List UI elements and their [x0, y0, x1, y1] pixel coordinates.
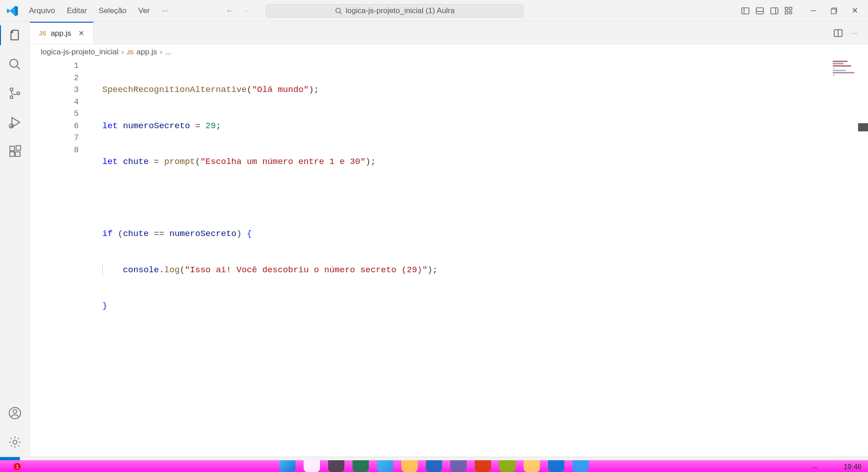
line-number: 3	[30, 84, 79, 96]
breadcrumb[interactable]: logica-js-projeto_inicial › JS app.js › …	[30, 44, 868, 60]
svg-rect-21	[10, 146, 14, 151]
search-activity-icon[interactable]	[7, 56, 23, 72]
toggle-panel-icon[interactable]	[754, 5, 766, 17]
chevron-up-icon[interactable]: ︿	[812, 463, 818, 471]
command-center-search[interactable]: logica-js-projeto_inicial (1) Aulra	[266, 4, 524, 18]
taskbar-badge: 1	[14, 463, 21, 470]
code-line: let numeroSecreto = 29;	[102, 120, 814, 132]
explorer-icon[interactable]	[7, 27, 23, 43]
taskbar-app-icon[interactable]	[475, 460, 491, 472]
titlebar: Arquivo Editar Seleção Ver ··· ← → logic…	[0, 0, 868, 22]
menu-more-icon[interactable]: ···	[157, 5, 172, 17]
code-line: if (chute == numeroSecreto) {	[102, 228, 814, 240]
taskbar-app-icon[interactable]	[304, 460, 320, 472]
taskbar-app-icon[interactable]	[279, 460, 296, 472]
svg-rect-2	[742, 8, 749, 14]
svg-point-17	[10, 96, 13, 99]
more-actions-icon[interactable]: ···	[849, 28, 860, 39]
js-file-icon: JS	[39, 30, 46, 37]
taskbar-app-icon[interactable]	[499, 460, 515, 472]
run-debug-icon[interactable]	[7, 114, 23, 130]
svg-rect-6	[771, 8, 778, 14]
breadcrumb-trail[interactable]: ...	[165, 48, 172, 57]
js-file-icon: JS	[127, 49, 134, 56]
line-number: 4	[30, 96, 79, 108]
menu-select[interactable]: Seleção	[94, 5, 131, 17]
taskbar-app-icon[interactable]	[524, 460, 540, 472]
tab-label: app.js	[51, 29, 71, 38]
svg-point-11	[789, 11, 792, 14]
menu-file[interactable]: Arquivo	[24, 5, 60, 17]
svg-rect-23	[15, 152, 20, 156]
menu-edit[interactable]: Editar	[62, 5, 91, 17]
nav-forward-icon[interactable]: →	[239, 5, 254, 17]
overview-ruler-mark	[858, 123, 868, 131]
code-line	[102, 336, 814, 348]
svg-point-14	[10, 59, 18, 67]
svg-rect-24	[16, 146, 20, 150]
layout-controls	[739, 5, 795, 17]
window-close-icon[interactable]: ✕	[844, 2, 865, 20]
line-number: 5	[30, 108, 79, 120]
menu-view[interactable]: Ver	[134, 5, 155, 17]
taskbar-app-icon[interactable]	[377, 460, 393, 472]
accounts-icon[interactable]	[7, 405, 23, 421]
customize-layout-icon[interactable]	[783, 5, 795, 17]
code-line: SpeechRecognitionAlternative("Olá mundo"…	[102, 84, 814, 96]
line-number-gutter: 1 2 3 4 5 6 7 8	[30, 60, 93, 457]
svg-rect-13	[831, 9, 836, 14]
line-number: 1	[30, 60, 79, 72]
toggle-sidebar-right-icon[interactable]	[768, 5, 780, 17]
svg-rect-22	[10, 152, 14, 156]
taskbar-app-icon[interactable]	[401, 460, 418, 472]
extensions-icon[interactable]	[7, 143, 23, 159]
line-number: 2	[30, 72, 79, 84]
source-control-icon[interactable]	[7, 85, 23, 101]
menu-bar: Arquivo Editar Seleção Ver ···	[24, 5, 172, 17]
editor-tabs: JS app.js ✕ ···	[30, 22, 868, 44]
windows-taskbar[interactable]: 1 ︿ 19:46	[0, 460, 868, 472]
line-number: 6	[30, 120, 79, 132]
line-number: 7	[30, 132, 79, 144]
code-editor[interactable]: 1 2 3 4 5 6 7 8 SpeechRecognitionAlterna…	[30, 60, 868, 457]
chevron-right-icon: ›	[121, 48, 124, 57]
taskbar-app-icon[interactable]	[328, 460, 344, 472]
search-text: logica-js-projeto_inicial (1) Aulra	[346, 6, 455, 15]
breadcrumb-folder[interactable]: logica-js-projeto_inicial	[41, 48, 119, 57]
taskbar-app-icon[interactable]	[572, 460, 589, 472]
minimap[interactable]	[833, 61, 860, 79]
code-line: console.log("Isso ai! Você descobriu o n…	[102, 264, 814, 276]
vscode-logo-icon	[5, 4, 20, 18]
tab-actions: ···	[833, 22, 868, 44]
svg-line-15	[16, 66, 20, 70]
svg-point-16	[10, 88, 13, 91]
svg-rect-8	[785, 7, 788, 10]
svg-point-26	[13, 409, 16, 413]
search-icon	[335, 7, 342, 14]
svg-line-1	[340, 12, 342, 14]
activity-bar	[0, 22, 30, 457]
svg-rect-10	[785, 11, 788, 14]
svg-rect-4	[756, 8, 763, 14]
taskbar-app-icon[interactable]	[353, 460, 369, 472]
settings-gear-icon[interactable]	[7, 434, 23, 450]
taskbar-app-icon[interactable]	[548, 460, 564, 472]
window-maximize-icon[interactable]	[824, 2, 844, 20]
nav-back-icon[interactable]: ←	[222, 5, 237, 17]
taskbar-app-icon[interactable]	[450, 460, 467, 472]
taskbar-tray[interactable]: ︿	[812, 463, 818, 471]
taskbar-clock[interactable]: 19:46	[844, 463, 862, 471]
toggle-sidebar-left-icon[interactable]	[739, 5, 751, 17]
window-minimize-icon[interactable]: ─	[803, 2, 824, 20]
code-line: let chute = prompt("Escolha um número en…	[102, 156, 814, 168]
split-editor-icon[interactable]	[833, 28, 844, 39]
tab-app-js[interactable]: JS app.js ✕	[30, 22, 94, 44]
taskbar-app-icon[interactable]	[426, 460, 442, 472]
svg-rect-9	[789, 7, 792, 10]
nav-history: ← →	[222, 5, 254, 17]
tab-close-icon[interactable]: ✕	[78, 29, 84, 38]
breadcrumb-file[interactable]: app.js	[137, 48, 157, 57]
svg-point-27	[13, 440, 17, 444]
code-content[interactable]: SpeechRecognitionAlternative("Olá mundo"…	[102, 60, 814, 457]
svg-point-0	[336, 8, 340, 13]
